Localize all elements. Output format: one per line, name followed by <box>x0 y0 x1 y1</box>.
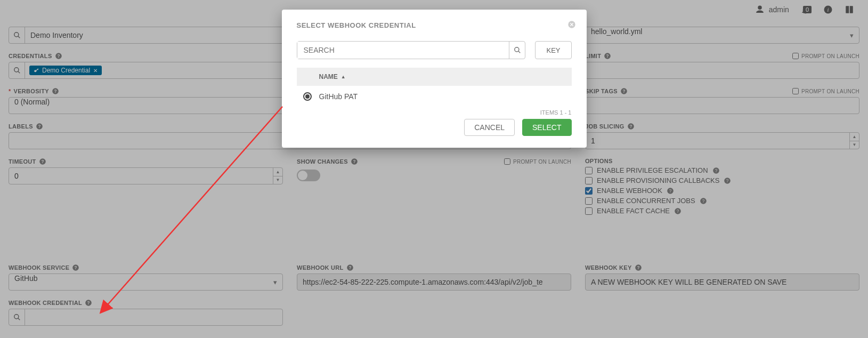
search-icon <box>514 46 521 54</box>
credential-row[interactable]: GitHub PAT <box>297 86 572 107</box>
modal-close-button[interactable] <box>567 20 576 29</box>
close-icon <box>567 20 576 29</box>
modal-search[interactable] <box>297 41 526 59</box>
modal-search-button[interactable] <box>509 42 525 59</box>
modal-search-input[interactable] <box>297 42 509 59</box>
svg-line-45 <box>518 51 521 53</box>
radio-selected-icon[interactable] <box>303 92 312 101</box>
select-webhook-credential-modal: SELECT WEBHOOK CREDENTIAL KEY NAME ▲ Git… <box>282 10 587 148</box>
modal-title: SELECT WEBHOOK CREDENTIAL <box>297 21 572 29</box>
cancel-button[interactable]: CANCEL <box>464 119 515 136</box>
items-count: ITEMS 1 - 1 <box>297 109 572 116</box>
modal-table-header[interactable]: NAME ▲ <box>297 68 572 86</box>
key-button[interactable]: KEY <box>535 41 571 59</box>
sort-asc-icon: ▲ <box>341 74 346 79</box>
name-column-header: NAME <box>319 73 338 81</box>
select-button[interactable]: SELECT <box>522 119 571 136</box>
credential-name: GitHub PAT <box>319 92 358 101</box>
svg-point-44 <box>515 47 519 52</box>
